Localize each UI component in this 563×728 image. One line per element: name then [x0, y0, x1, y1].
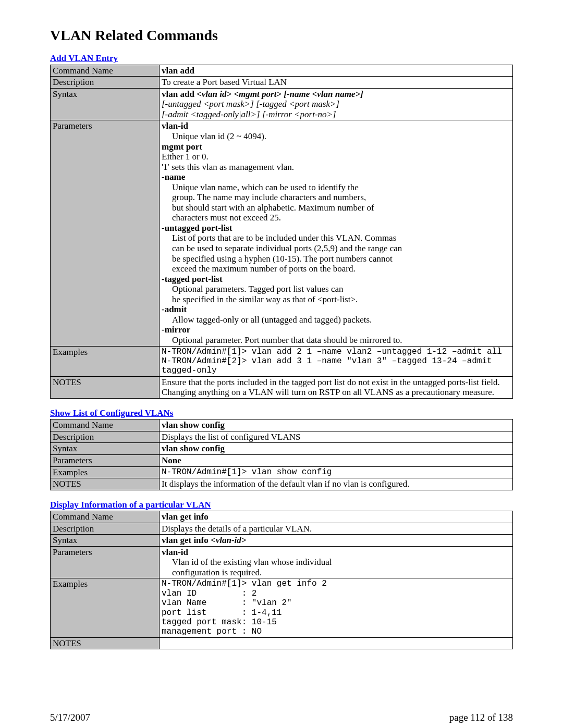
- page-title: VLAN Related Commands: [50, 27, 513, 44]
- section-title-add-vlan: Add VLAN Entry: [50, 53, 513, 64]
- table-show-config: Command Name vlan show config Descriptio…: [50, 419, 513, 490]
- value-parameters: vlan-id Vlan id of the existing vlan who…: [160, 546, 513, 578]
- label-notes: NOTES: [51, 376, 160, 398]
- value-examples: N-TRON/Admin#[1]> vlan get info 2 vlan I…: [160, 578, 513, 637]
- value-syntax: vlan add <vlan id> <mgmt port> [-name <v…: [160, 88, 513, 120]
- label-command-name: Command Name: [51, 65, 160, 77]
- table-add-vlan: Command Name vlan add Description To cre…: [50, 65, 513, 399]
- value-notes: Ensure that the ports included in the ta…: [160, 376, 513, 398]
- label-command-name: Command Name: [51, 419, 160, 431]
- section-title-show-config: Show List of Configured VLANs: [50, 408, 513, 418]
- value-parameters: None: [160, 454, 513, 466]
- label-syntax: Syntax: [51, 535, 160, 547]
- label-command-name: Command Name: [51, 511, 160, 523]
- label-description: Description: [51, 77, 160, 89]
- value-notes: It displays the information of the defau…: [160, 478, 513, 490]
- value-syntax: vlan get info <vlan-id>: [160, 535, 513, 547]
- label-examples: Examples: [51, 346, 160, 376]
- footer: 5/17/2007 page 112 of 138: [50, 712, 513, 723]
- value-examples: N-TRON/Admin#[1]> vlan add 2 1 –name vla…: [160, 346, 513, 376]
- footer-date: 5/17/2007: [50, 712, 90, 723]
- label-parameters: Parameters: [51, 454, 160, 466]
- footer-page: page 112 of 138: [449, 712, 513, 723]
- value-examples: N-TRON/Admin#[1]> vlan show config: [160, 466, 513, 478]
- label-syntax: Syntax: [51, 88, 160, 120]
- value-description: Displays the details of a particular VLA…: [160, 523, 513, 535]
- label-notes: NOTES: [51, 637, 160, 649]
- label-parameters: Parameters: [51, 546, 160, 578]
- label-notes: NOTES: [51, 478, 160, 490]
- label-description: Description: [51, 431, 160, 443]
- section-title-get-info: Display Information of a particular VLAN: [50, 500, 513, 510]
- table-get-info: Command Name vlan get info Description D…: [50, 511, 513, 649]
- label-examples: Examples: [51, 466, 160, 478]
- value-command-name: vlan show config: [160, 419, 513, 431]
- value-description: To create a Port based Virtual LAN: [160, 77, 513, 89]
- label-description: Description: [51, 523, 160, 535]
- value-description: Displays the list of configured VLANS: [160, 431, 513, 443]
- value-notes: [160, 637, 513, 649]
- value-command-name: vlan add: [160, 65, 513, 77]
- label-parameters: Parameters: [51, 120, 160, 346]
- value-syntax: vlan show config: [160, 443, 513, 455]
- value-command-name: vlan get info: [160, 511, 513, 523]
- value-parameters: vlan-id Unique vlan id (2 ~ 4094). mgmt …: [160, 120, 513, 346]
- label-examples: Examples: [51, 578, 160, 637]
- label-syntax: Syntax: [51, 443, 160, 455]
